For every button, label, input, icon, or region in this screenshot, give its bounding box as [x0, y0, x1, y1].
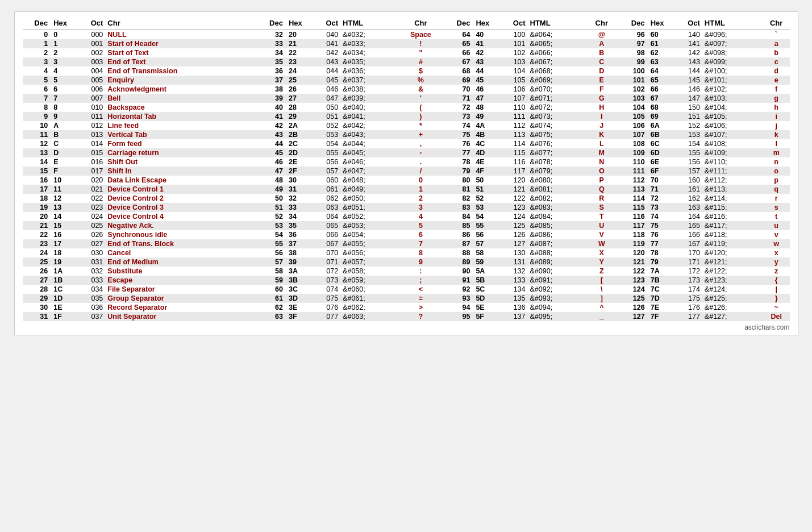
cell-dec4: 122: [619, 267, 647, 276]
cell-dec2: 33: [257, 39, 285, 48]
cell-hex1: 4: [50, 66, 80, 76]
cell-chr2: /: [401, 167, 440, 176]
table-row: 311F037Unit Separator633F077&#063;?955F1…: [23, 312, 790, 321]
cell-html4: &#110;: [702, 157, 763, 167]
cell-chr3: X: [589, 248, 615, 257]
cell-chr4: w: [763, 239, 790, 248]
cell-hex2: 21: [285, 39, 315, 48]
sep-cell1: [253, 257, 257, 267]
cell-oct2: 053: [315, 130, 340, 139]
cell-dec1: 13: [23, 148, 51, 157]
cell-hex1: 2: [50, 48, 80, 57]
cell-html3: &#078;: [528, 157, 589, 167]
sep-cell2: [440, 103, 445, 112]
cell-dec2: 37: [257, 76, 285, 85]
sep-cell3: [615, 76, 619, 85]
cell-chr-name1: End of Text: [105, 57, 253, 66]
header-hex2: Hex: [285, 18, 315, 30]
cell-chr4: m: [763, 148, 790, 157]
cell-html2: &#045;: [340, 148, 401, 157]
cell-oct3: 125: [502, 221, 527, 230]
cell-dec2: 43: [257, 130, 285, 139]
header-hex1: Hex: [50, 18, 80, 30]
cell-hex2: 35: [285, 221, 315, 230]
cell-dec4: 105: [619, 112, 647, 121]
cell-dec3: 80: [445, 176, 473, 185]
cell-hex3: 46: [472, 85, 502, 94]
cell-oct3: 101: [502, 39, 527, 48]
cell-chr-name1: Device Control 3: [105, 203, 253, 212]
cell-chr-name1: Unit Separator: [105, 312, 253, 321]
sep-cell1: [253, 230, 257, 239]
cell-oct3: 116: [502, 157, 527, 167]
header-html2: HTML: [340, 18, 401, 30]
cell-chr-name1: Device Control 1: [105, 185, 253, 194]
cell-chr3: L: [589, 139, 615, 148]
cell-hex1: 16: [50, 230, 80, 239]
cell-oct3: 127: [502, 239, 527, 248]
cell-dec3: 78: [445, 157, 473, 167]
cell-chr2: :: [401, 267, 440, 276]
cell-hex4: 64: [647, 66, 677, 76]
sep-cell3: [615, 130, 619, 139]
sep-cell1: [253, 57, 257, 66]
cell-html3: &#092;: [528, 285, 589, 294]
cell-dec1: 17: [23, 185, 51, 194]
sep-cell2: [440, 139, 445, 148]
cell-html2: &#058;: [340, 267, 401, 276]
cell-hex1: 11: [50, 185, 80, 194]
cell-oct2: 044: [315, 66, 340, 76]
cell-chr2: 7: [401, 239, 440, 248]
cell-chr2: .: [401, 157, 440, 167]
cell-dec1: 5: [23, 76, 51, 85]
cell-html4: &#098;: [702, 48, 763, 57]
cell-oct1: 015: [80, 148, 105, 157]
sep-cell3: [615, 221, 619, 230]
cell-oct1: 020: [80, 176, 105, 185]
cell-html3: &#085;: [528, 221, 589, 230]
cell-html3: &#082;: [528, 194, 589, 203]
sep-cell3: [615, 85, 619, 94]
cell-oct3: 106: [502, 85, 527, 94]
cell-html2: &#040;: [340, 103, 401, 112]
cell-dec4: 115: [619, 203, 647, 212]
cell-hex2: 22: [285, 48, 315, 57]
cell-hex1: E: [50, 157, 80, 167]
cell-chr2: 9: [401, 257, 440, 267]
cell-hex2: 2D: [285, 148, 315, 157]
cell-html4: &#124;: [702, 285, 763, 294]
cell-dec1: 7: [23, 94, 51, 103]
cell-chr4: }: [763, 294, 790, 303]
cell-chr4: j: [763, 121, 790, 130]
table-row: 2519031End of Medium5739071&#057;9895913…: [23, 257, 790, 267]
cell-hex2: 33: [285, 203, 315, 212]
cell-html3: &#094;: [528, 303, 589, 312]
table-row: 11001Start of Header3321041&#033;!654110…: [23, 39, 790, 48]
cell-hex2: 29: [285, 112, 315, 121]
cell-html2: &#054;: [340, 230, 401, 239]
sep-cell2: [440, 267, 445, 276]
table-body: 00000NULL3220040&#032;Space6440100&#064;…: [23, 30, 790, 322]
cell-chr2: >: [401, 303, 440, 312]
cell-chr-name1: Synchronous idle: [105, 230, 253, 239]
cell-chr-name1: Cancel: [105, 248, 253, 257]
sep-cell1: [253, 267, 257, 276]
cell-oct4: 140: [676, 30, 702, 40]
sep-cell1: [253, 103, 257, 112]
cell-dec4: 98: [619, 48, 647, 57]
sep-cell3: [615, 139, 619, 148]
cell-dec1: 10: [23, 121, 51, 130]
cell-dec3: 66: [445, 48, 473, 57]
cell-hex2: 31: [285, 185, 315, 194]
sep-cell1: [253, 185, 257, 194]
cell-chr4: p: [763, 176, 790, 185]
cell-html4: &#104;: [702, 103, 763, 112]
cell-oct4: 154: [676, 139, 702, 148]
sep-cell3: [615, 257, 619, 267]
cell-oct2: 047: [315, 94, 340, 103]
cell-html3: &#081;: [528, 185, 589, 194]
cell-chr4: d: [763, 66, 790, 76]
cell-dec4: 120: [619, 248, 647, 257]
cell-dec4: 106: [619, 121, 647, 130]
sep-cell3: [615, 303, 619, 312]
